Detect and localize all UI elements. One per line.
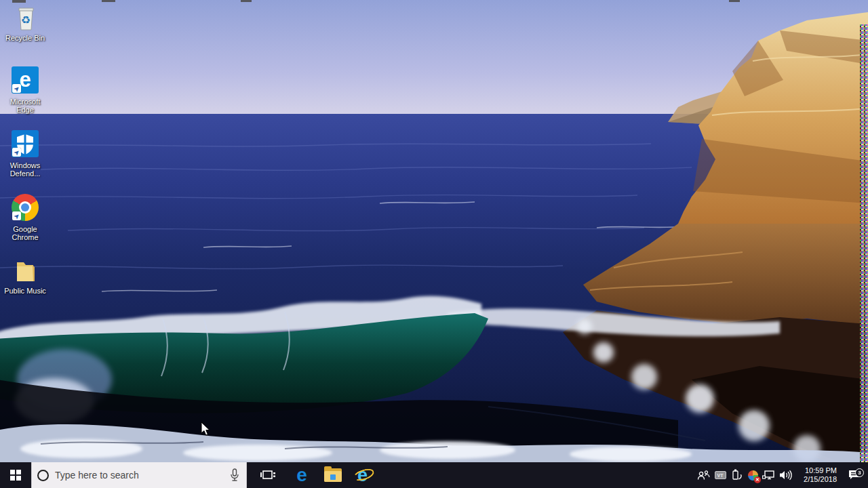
clock-time: 10:59 PM xyxy=(793,466,837,475)
people-icon xyxy=(697,470,711,481)
desktop-icon-public-music[interactable]: Public Music xyxy=(1,256,49,295)
vm-tools-tray-button[interactable]: VT xyxy=(712,462,728,488)
defender-icon: ➤ xyxy=(10,130,40,160)
taskbar: e e VT xyxy=(0,462,868,488)
usb-eject-icon xyxy=(730,468,743,482)
task-view-button[interactable] xyxy=(252,462,283,488)
clock-date: 2/15/2018 xyxy=(793,475,837,484)
recycle-bin-icon: ♻ xyxy=(10,3,40,33)
mouse-cursor xyxy=(201,422,212,439)
taskbar-edge-button[interactable]: e xyxy=(286,462,317,488)
people-button[interactable] xyxy=(696,462,712,488)
desktop-icon-windows-defender[interactable]: ➤ Windows Defend... xyxy=(1,129,49,178)
taskbar-internet-explorer-button[interactable]: e xyxy=(349,462,380,488)
desktop-icon-label: Windows Defend... xyxy=(1,161,49,178)
desktop-icon-recycle-bin[interactable]: ♻ Recycle Bin xyxy=(1,3,49,42)
network-tray-button[interactable] xyxy=(761,462,777,488)
start-button[interactable] xyxy=(0,462,31,488)
defender-alert-badge: ✕ xyxy=(754,476,761,483)
desktop-screen: ♻ Recycle Bin e ➤ Microsoft Edge ➤ Windo… xyxy=(0,0,868,488)
search-input[interactable] xyxy=(55,470,223,481)
network-icon xyxy=(762,470,776,481)
action-center-button[interactable]: 3 xyxy=(841,469,868,481)
notification-count-badge: 3 xyxy=(855,468,864,477)
vm-tools-icon: VT xyxy=(715,471,726,479)
taskbar-file-explorer-button[interactable] xyxy=(317,462,349,488)
volume-icon xyxy=(778,470,792,481)
windows-logo-icon xyxy=(10,470,21,481)
edge-icon: e ➤ xyxy=(10,66,40,96)
taskbar-search-box[interactable] xyxy=(31,462,247,488)
edge-icon: e xyxy=(296,466,307,485)
internet-explorer-icon: e xyxy=(354,466,374,485)
shortcut-arrow-icon: ➤ xyxy=(12,211,21,220)
taskbar-clock[interactable]: 10:59 PM 2/15/2018 xyxy=(793,466,841,484)
cortana-icon xyxy=(37,470,49,481)
desktop-icon-google-chrome[interactable]: ➤ Google Chrome xyxy=(1,192,49,241)
shortcut-arrow-icon: ➤ xyxy=(12,148,21,157)
file-explorer-icon xyxy=(324,468,342,482)
wallpaper[interactable] xyxy=(0,0,868,462)
volume-tray-button[interactable] xyxy=(777,462,793,488)
desktop-icon-label: Microsoft Edge xyxy=(1,98,49,114)
desktop-icon-label: Recycle Bin xyxy=(1,34,49,42)
svg-text:♻: ♻ xyxy=(21,14,31,26)
desktop-icon-label: Public Music xyxy=(1,287,49,295)
windows-defender-tray-button[interactable]: ✕ xyxy=(745,462,761,488)
microphone-icon[interactable] xyxy=(223,468,246,482)
system-tray: VT ✕ xyxy=(696,462,868,488)
desktop-icon-microsoft-edge[interactable]: e ➤ Microsoft Edge xyxy=(1,65,49,114)
folder-icon xyxy=(10,256,40,285)
desktop-icon-label: Google Chrome xyxy=(1,225,49,241)
safely-remove-hardware-button[interactable] xyxy=(728,462,745,488)
task-view-icon xyxy=(260,469,275,481)
chrome-icon: ➤ xyxy=(10,194,40,224)
ocean-cliff-wallpaper xyxy=(0,0,868,462)
shortcut-arrow-icon: ➤ xyxy=(12,84,21,93)
